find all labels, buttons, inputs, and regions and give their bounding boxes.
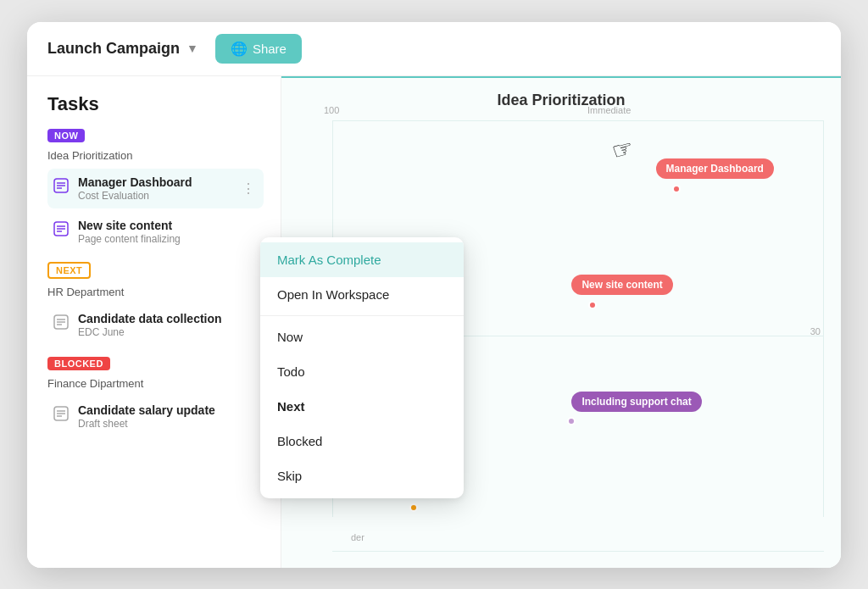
section-label-next: HR Department bbox=[47, 286, 264, 298]
dot-support-chat bbox=[567, 417, 576, 425]
task-info-new-site-content: New site content Page content finalizing bbox=[78, 219, 259, 245]
menu-item-now[interactable]: Now bbox=[260, 320, 464, 354]
menu-item-open-workspace[interactable]: Open In Workspace bbox=[260, 277, 464, 312]
task-sub-manager-dashboard: Cost Evaluation bbox=[78, 190, 230, 202]
axis-label-der: der bbox=[351, 532, 364, 542]
menu-item-mark-complete[interactable]: Mark As Complete bbox=[260, 242, 464, 277]
badge-next: NEXT bbox=[47, 262, 91, 279]
section-label-blocked: Finance Dipartment bbox=[47, 377, 264, 390]
menu-item-todo[interactable]: Todo bbox=[260, 354, 464, 389]
task-sub-new-site-content: Page content finalizing bbox=[78, 233, 259, 245]
section-label-now: Idea Prioritization bbox=[47, 149, 264, 162]
dot-manager-dashboard bbox=[672, 185, 681, 193]
app-window: Launch Campaign ▼ 🌐 Share Tasks NOW Idea… bbox=[27, 22, 841, 568]
project-name: Launch Campaign bbox=[47, 40, 180, 58]
menu-divider bbox=[260, 315, 464, 316]
task-icon-candidate-data bbox=[53, 314, 70, 331]
task-name-new-site-content: New site content bbox=[78, 219, 259, 232]
grid-line-right bbox=[823, 120, 824, 517]
badge-now: NOW bbox=[47, 129, 85, 142]
grid-line-bottom bbox=[332, 551, 824, 552]
context-menu: Mark As Complete Open In Workspace Now T… bbox=[260, 237, 464, 498]
task-sub-candidate-data: EDC June bbox=[78, 326, 259, 338]
task-icon-salary bbox=[53, 405, 70, 422]
badge-support-chat[interactable]: Including support chat bbox=[571, 392, 701, 412]
section-next: NEXT HR Department Candidate data collec… bbox=[47, 262, 264, 345]
main-content: Tasks NOW Idea Prioritization bbox=[27, 76, 841, 568]
task-name-candidate-data: Candidate data collection bbox=[78, 312, 259, 325]
menu-item-next[interactable]: Next bbox=[260, 389, 464, 424]
project-selector[interactable]: Launch Campaign ▼ bbox=[47, 40, 198, 58]
task-icon-manager-dashboard bbox=[53, 177, 70, 194]
axis-label-immediate: Immediate bbox=[587, 105, 631, 115]
badge-blocked: BLOCKED bbox=[47, 357, 110, 370]
task-item-candidate-data[interactable]: Candidate data collection EDC June bbox=[47, 305, 264, 345]
axis-label-30: 30 bbox=[810, 326, 821, 336]
dot-new-site-content bbox=[588, 301, 597, 309]
menu-item-skip[interactable]: Skip bbox=[260, 458, 464, 493]
axis-label-100: 100 bbox=[324, 105, 339, 115]
chart-title: Idea Prioritization bbox=[281, 78, 841, 109]
grid-line-top bbox=[332, 120, 824, 121]
chevron-down-icon: ▼ bbox=[186, 42, 198, 55]
task-info-salary: Candidate salary update Draft sheet bbox=[78, 403, 259, 430]
task-info-candidate-data: Candidate data collection EDC June bbox=[78, 312, 259, 338]
task-dots-manager-dashboard[interactable]: ⋮ bbox=[238, 181, 259, 197]
task-sub-salary: Draft sheet bbox=[78, 418, 259, 430]
task-item-manager-dashboard[interactable]: Manager Dashboard Cost Evaluation ⋮ bbox=[47, 169, 264, 208]
menu-item-blocked[interactable]: Blocked bbox=[260, 424, 464, 458]
share-button[interactable]: 🌐 Share bbox=[215, 34, 302, 64]
badge-new-site-content[interactable]: New site content bbox=[571, 275, 672, 295]
task-item-new-site-content[interactable]: New site content Page content finalizing bbox=[47, 212, 264, 252]
task-name-salary: Candidate salary update bbox=[78, 403, 259, 417]
section-blocked: BLOCKED Finance Dipartment Candidate sal… bbox=[47, 355, 264, 436]
task-item-salary[interactable]: Candidate salary update Draft sheet bbox=[47, 397, 264, 436]
header: Launch Campaign ▼ 🌐 Share bbox=[27, 22, 841, 76]
globe-icon: 🌐 bbox=[231, 41, 248, 57]
task-name-manager-dashboard: Manager Dashboard bbox=[78, 175, 230, 189]
section-now: NOW Idea Prioritization Manager Dashboar… bbox=[47, 127, 264, 252]
tasks-title: Tasks bbox=[47, 93, 264, 115]
task-info-manager-dashboard: Manager Dashboard Cost Evaluation bbox=[78, 175, 230, 202]
task-icon-new-site-content bbox=[53, 220, 70, 237]
badge-manager-dashboard[interactable]: Manager Dashboard bbox=[656, 158, 774, 179]
dot-webinar bbox=[409, 503, 418, 512]
tasks-panel: Tasks NOW Idea Prioritization bbox=[27, 76, 281, 568]
